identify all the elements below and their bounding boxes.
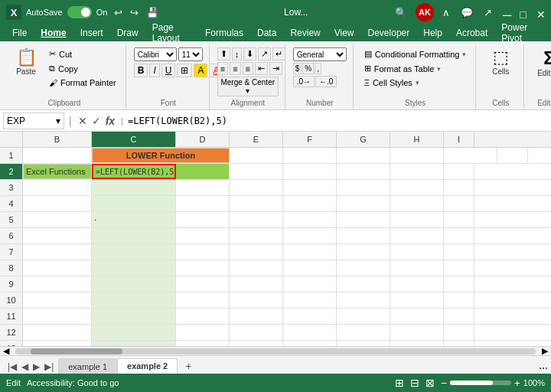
row-num-4[interactable]: 4 <box>0 196 23 211</box>
cell-i8[interactable] <box>444 260 474 276</box>
cell-c2[interactable]: =LEFT(LOWER(B2),5) <box>92 164 176 179</box>
cell-b9[interactable] <box>23 276 92 292</box>
user-avatar[interactable]: AK <box>416 3 434 21</box>
undo-button[interactable]: ↩ <box>112 5 125 20</box>
search-button[interactable]: 🔍 <box>393 5 409 20</box>
cell-d11[interactable] <box>176 309 230 324</box>
cell-b3[interactable] <box>23 180 92 195</box>
align-center-button[interactable]: ≡ <box>230 62 240 75</box>
cell-d10[interactable] <box>176 292 230 308</box>
cell-g12[interactable] <box>337 325 390 340</box>
currency-button[interactable]: $ <box>293 63 302 74</box>
minimize-button[interactable]: ─ <box>500 7 511 18</box>
col-header-h[interactable]: H <box>390 132 444 147</box>
cell-c12[interactable] <box>92 325 176 340</box>
cell-i5[interactable] <box>444 212 474 227</box>
cell-c1[interactable]: LOWER Function <box>92 148 230 163</box>
cell-f12[interactable] <box>283 325 337 340</box>
ribbon-toggle[interactable]: ∧ <box>440 5 452 20</box>
name-box[interactable]: EXP ▾ <box>3 113 64 129</box>
menu-formulas[interactable]: Formulas <box>199 26 249 40</box>
cell-e11[interactable] <box>230 309 283 324</box>
cell-e10[interactable] <box>230 292 283 308</box>
add-sheet-button[interactable]: + <box>181 358 196 374</box>
cell-d6[interactable] <box>176 228 230 243</box>
redo-button[interactable]: ↪ <box>128 5 141 20</box>
format-painter-button[interactable]: 🖌 Format Painter <box>46 77 119 89</box>
cell-c10[interactable] <box>92 292 176 308</box>
row-num-5[interactable]: 5 <box>0 212 23 227</box>
cell-i6[interactable] <box>444 228 474 243</box>
percent-button[interactable]: % <box>302 63 314 74</box>
format-as-table-button[interactable]: ⊞ Format as Table ▾ <box>361 62 470 75</box>
col-header-i[interactable]: I <box>444 132 474 147</box>
cell-i12[interactable] <box>444 325 474 340</box>
editing-button[interactable]: Σ Editing <box>532 47 551 80</box>
copy-button[interactable]: ⧉ Copy <box>46 62 119 75</box>
col-header-b[interactable]: B <box>23 132 92 147</box>
cell-g1[interactable] <box>390 148 444 163</box>
zoom-in-button[interactable]: + <box>514 377 520 389</box>
cell-f3[interactable] <box>283 180 337 195</box>
cell-c13[interactable] <box>92 341 176 346</box>
menu-view[interactable]: View <box>328 26 360 40</box>
cell-h2[interactable] <box>390 164 444 179</box>
cell-i4[interactable] <box>444 196 474 211</box>
cell-b6[interactable] <box>23 228 92 243</box>
function-icon[interactable]: fx <box>104 115 116 127</box>
font-size-select[interactable]: 11 <box>178 47 203 61</box>
cell-i11[interactable] <box>444 309 474 324</box>
cell-i7[interactable] <box>444 244 474 260</box>
cell-styles-button[interactable]: Ξ Cell Styles ▾ <box>361 77 470 89</box>
cell-d1[interactable] <box>230 148 283 163</box>
cell-e1[interactable] <box>283 148 337 163</box>
cell-e13[interactable] <box>230 341 283 346</box>
formula-input[interactable] <box>128 113 548 129</box>
row-num-3[interactable]: 3 <box>0 180 23 195</box>
cell-f11[interactable] <box>283 309 337 324</box>
tab-nav-first[interactable]: |◀ <box>6 360 18 374</box>
maximize-button[interactable]: □ <box>517 7 528 18</box>
row-num-10[interactable]: 10 <box>0 292 23 308</box>
fill-color-button[interactable]: A <box>194 64 207 77</box>
number-format-select[interactable]: General <box>293 47 347 61</box>
cell-b4[interactable] <box>23 196 92 211</box>
col-header-c[interactable]: C <box>92 132 176 147</box>
cell-b10[interactable] <box>23 292 92 308</box>
cell-b7[interactable] <box>23 244 92 260</box>
row-num-2[interactable]: 2 <box>0 164 23 179</box>
cell-i1[interactable] <box>497 148 528 163</box>
cell-g4[interactable] <box>337 196 390 211</box>
col-header-f[interactable]: F <box>283 132 337 147</box>
menu-page-layout[interactable]: Page Layout <box>146 21 197 45</box>
col-header-d[interactable]: D <box>176 132 230 147</box>
cell-e5[interactable] <box>230 212 283 227</box>
sheet-options-button[interactable]: ⋯ <box>539 363 548 374</box>
align-bottom-button[interactable]: ⬇ <box>243 47 256 60</box>
scrollbar-thumb[interactable] <box>31 348 122 354</box>
cell-g2[interactable] <box>337 164 390 179</box>
cell-b11[interactable] <box>23 309 92 324</box>
cell-d13[interactable] <box>176 341 230 346</box>
zoom-out-button[interactable]: − <box>441 377 447 389</box>
comments-button[interactable]: 💬 <box>458 5 475 20</box>
menu-insert[interactable]: Insert <box>74 26 109 40</box>
menu-power-pivot[interactable]: Power Pivot <box>495 21 545 45</box>
row-num-6[interactable]: 6 <box>0 228 23 243</box>
menu-draw[interactable]: Draw <box>111 26 145 40</box>
cell-h11[interactable] <box>390 309 444 324</box>
cell-h13[interactable] <box>390 341 444 346</box>
conditional-formatting-button[interactable]: ▤ Conditional Formatting ▾ <box>361 47 470 60</box>
menu-home[interactable]: Home <box>34 26 72 40</box>
view-normal-button[interactable]: ⊞ <box>395 377 404 389</box>
cell-c11[interactable] <box>92 309 176 324</box>
cell-e6[interactable] <box>230 228 283 243</box>
cell-b5[interactable] <box>23 212 92 227</box>
cell-d2[interactable] <box>176 164 230 179</box>
cancel-icon[interactable]: ✕ <box>77 115 89 127</box>
cell-d5[interactable] <box>176 212 230 227</box>
cell-g6[interactable] <box>337 228 390 243</box>
cell-g10[interactable] <box>337 292 390 308</box>
decrease-indent-button[interactable]: ⇤ <box>255 62 268 75</box>
cell-h9[interactable] <box>390 276 444 292</box>
